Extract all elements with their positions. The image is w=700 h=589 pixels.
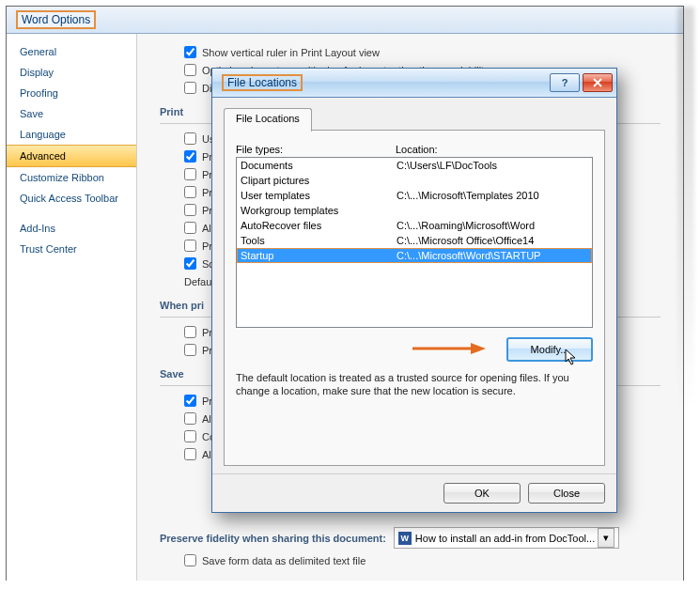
when-print-option-checkbox[interactable] <box>184 326 196 338</box>
svg-marker-1 <box>471 343 486 354</box>
save-form-data-checkbox-row: Save form data as delimited text file <box>184 551 366 569</box>
location-cell: C:\...\Roaming\Microsoft\Word <box>397 220 588 231</box>
save-option-checkbox[interactable] <box>184 412 196 425</box>
nav-item-add-ins[interactable]: Add-Ins <box>7 218 136 239</box>
print-option-checkbox[interactable] <box>184 168 196 180</box>
fidelity-document-dropdown[interactable]: W How to install an add-in from DocTool.… <box>394 527 619 549</box>
when-print-option-checkbox[interactable] <box>184 344 196 356</box>
location-cell: C:\...\Microsoft\Word\STARTUP <box>397 250 588 261</box>
dialog-title: File Locations <box>222 74 303 91</box>
info-text: The default location is treated as a tru… <box>236 371 593 397</box>
file-type-cell: User templates <box>241 190 397 201</box>
save-option-checkbox[interactable] <box>184 448 196 460</box>
fidelity-document-name: How to install an add-in from DocTool... <box>415 533 595 544</box>
print-option-checkbox[interactable] <box>184 222 196 234</box>
location-cell: C:\Users\LF\DocTools <box>397 160 588 171</box>
file-type-cell: Startup <box>241 250 397 261</box>
word-options-titlebar: Word Options <box>7 7 683 34</box>
close-icon[interactable] <box>583 73 613 92</box>
ok-button[interactable]: OK <box>443 483 521 504</box>
modify-button[interactable]: Modify... <box>506 337 593 362</box>
display-option-label: Show vertical ruler in Print Layout view <box>202 47 380 58</box>
nav-item-trust-center[interactable]: Trust Center <box>7 239 136 259</box>
print-option-checkbox[interactable] <box>184 204 196 216</box>
print-option-checkbox[interactable] <box>184 132 196 145</box>
save-form-data-checkbox[interactable] <box>184 554 196 566</box>
nav-item-language[interactable]: Language <box>7 124 136 145</box>
file-type-cell: Documents <box>241 160 397 171</box>
save-option-checkbox[interactable] <box>184 430 196 442</box>
print-option-checkbox[interactable] <box>184 150 196 163</box>
annotation-arrow-icon <box>412 339 488 358</box>
location-cell: C:\...\Microsoft Office\Office14 <box>397 235 588 246</box>
file-type-cell: AutoRecover files <box>241 220 397 231</box>
list-item[interactable]: ToolsC:\...\Microsoft Office\Office14 <box>237 233 592 248</box>
file-locations-dialog: File Locations ? File Locations File typ… <box>211 68 617 513</box>
nav-item-proofing[interactable]: Proofing <box>7 83 136 103</box>
word-doc-icon: W <box>398 532 412 545</box>
list-header: File types: Location: <box>236 144 593 155</box>
list-item[interactable]: Clipart pictures <box>237 173 592 188</box>
print-option-checkbox[interactable] <box>184 186 196 198</box>
nav-item-advanced[interactable]: Advanced <box>7 145 136 167</box>
list-item[interactable]: Workgroup templates <box>237 203 592 218</box>
options-nav: GeneralDisplayProofingSaveLanguageAdvanc… <box>7 34 137 581</box>
tab-panel: File types: Location: DocumentsC:\Users\… <box>224 130 605 466</box>
file-type-cell: Clipart pictures <box>241 175 397 186</box>
display-option-checkbox[interactable] <box>184 46 196 58</box>
nav-item-general[interactable]: General <box>7 41 136 62</box>
file-type-cell: Workgroup templates <box>241 205 397 216</box>
col-location: Location: <box>396 144 438 155</box>
dialog-titlebar[interactable]: File Locations ? <box>212 69 616 98</box>
display-option-checkbox[interactable] <box>184 82 196 94</box>
file-types-list[interactable]: DocumentsC:\Users\LF\DocToolsClipart pic… <box>236 157 593 328</box>
list-item[interactable]: AutoRecover filesC:\...\Roaming\Microsof… <box>237 218 592 233</box>
close-button[interactable]: Close <box>528 483 605 504</box>
tab-file-locations[interactable]: File Locations <box>224 108 312 132</box>
display-option-row: Show vertical ruler in Print Layout view <box>184 43 661 61</box>
fidelity-label: Preserve fidelity when sharing this docu… <box>160 533 386 544</box>
list-item[interactable]: StartupC:\...\Microsoft\Word\STARTUP <box>237 248 592 263</box>
list-item[interactable]: DocumentsC:\Users\LF\DocTools <box>237 158 592 173</box>
save-option-checkbox[interactable] <box>184 395 196 407</box>
list-item[interactable]: User templatesC:\...\Microsoft\Templates… <box>237 188 592 203</box>
save-form-data-label: Save form data as delimited text file <box>202 555 366 566</box>
col-file-types: File types: <box>236 144 396 155</box>
nav-item-save[interactable]: Save <box>7 103 136 124</box>
nav-item-display[interactable]: Display <box>7 62 136 83</box>
dialog-button-row: OK Close <box>212 473 616 512</box>
print-option-checkbox[interactable] <box>184 240 196 252</box>
help-button[interactable]: ? <box>550 73 580 92</box>
file-type-cell: Tools <box>241 235 397 246</box>
print-option-checkbox[interactable] <box>184 257 196 270</box>
chevron-down-icon[interactable]: ▾ <box>598 528 614 548</box>
display-option-checkbox[interactable] <box>184 64 196 76</box>
location-cell: C:\...\Microsoft\Templates 2010 <box>397 190 588 201</box>
window-title: Word Options <box>16 10 96 29</box>
nav-item-customize-ribbon[interactable]: Customize Ribbon <box>7 167 136 188</box>
nav-item-quick-access-toolbar[interactable]: Quick Access Toolbar <box>7 188 136 209</box>
fidelity-row: Preserve fidelity when sharing this docu… <box>160 527 661 549</box>
